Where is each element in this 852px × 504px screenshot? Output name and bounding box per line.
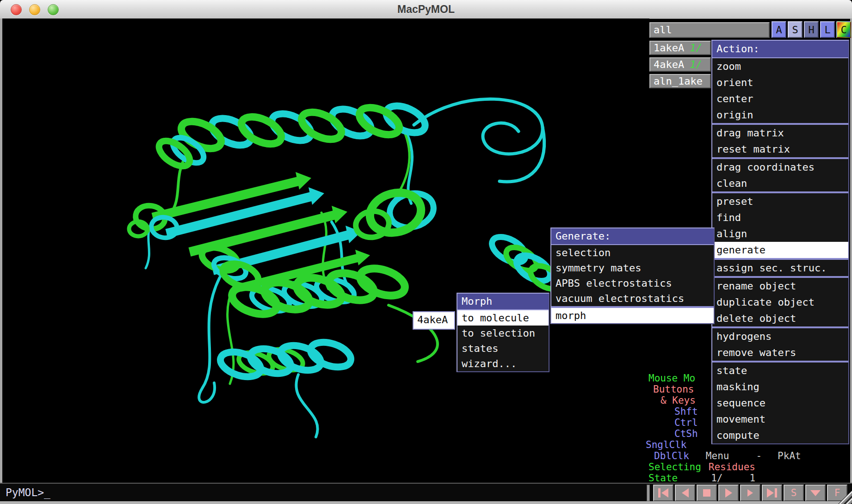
panel-a-button[interactable]: A [772,21,786,38]
menu-item-delete-object[interactable]: delete object [712,310,848,326]
menu-item-remove-waters[interactable]: remove waters [712,344,848,361]
step-back-icon [682,488,689,498]
mouse-panel-text: 1 [750,473,756,484]
object-all-label: all [654,24,672,36]
object-list: 1akeA1/4akeA1/aln_1ake [649,41,711,91]
go-to-end-button[interactable] [762,485,782,501]
step-back-button[interactable] [675,485,695,501]
menu-item-to-selection[interactable]: to selection [457,326,549,341]
go-to-start-icon [658,488,661,498]
step-forward-icon [747,489,753,497]
mouse-panel-text: Residues [709,461,755,473]
menu-item-sequence[interactable]: sequence [712,395,848,411]
mouse-panel-line: DblClkMenu-PkAt [646,450,850,461]
object-name: 1akeA [654,42,684,54]
menu-item-reset-matrix[interactable]: reset matrix [712,141,848,157]
menu-item-generate[interactable]: generate [712,242,848,258]
step-forward-button[interactable] [740,485,760,501]
scene-button[interactable]: S [784,485,804,501]
menu-item-rename-object[interactable]: rename object [712,278,848,294]
mouse-panel-text: Mouse Mo [648,373,695,384]
menu-item-hydrogens[interactable]: hydrogens [712,328,848,344]
mouse-panel-text: Shft [674,406,698,417]
object-state: 1/ [690,59,702,70]
action-menu-title: Action: [712,41,848,58]
menu-item-apbs-electrostatics[interactable]: APBS electrostatics [551,276,714,291]
menu-item-movement[interactable]: movement [712,411,848,427]
mouse-panel-text: DblClk [654,450,689,461]
playback-divider [647,485,650,501]
morph-menu: Morphto moleculeto selectionstateswizard… [457,293,549,372]
object-name: 4akeA [654,59,684,70]
menu-item-assign-sec-struc[interactable]: assign sec. struc. [712,260,848,276]
mouse-panel-text: Buttons [653,384,694,395]
stop-button[interactable] [697,485,717,501]
generate-menu-title: Generate: [551,228,714,245]
menu-item-vacuum-electrostatics[interactable]: vacuum electrostatics [551,291,714,306]
menu-item-wizard[interactable]: wizard... [457,356,549,371]
scene-icon: S [791,487,797,498]
mouse-panel-line: SelectingResidues [646,461,850,473]
menu-item-preset[interactable]: preset [712,193,848,209]
menu-item-duplicate-object[interactable]: duplicate object [712,294,848,310]
playback-controls: SF [647,485,847,501]
object-name: aln_1ake [654,75,703,87]
menu-item-states[interactable]: states [457,341,549,356]
panel-s-button[interactable]: S [788,21,803,38]
window-bottom-edge [0,501,852,504]
mouse-panel-text: Menu [706,450,729,461]
go-to-start-icon [661,488,668,498]
menu-item-align[interactable]: align [712,226,848,242]
molecule-popup-label[interactable]: 4akeA [413,311,455,330]
frame-menu-button[interactable] [805,485,826,501]
molecule-popup-text: 4akeA [417,314,448,326]
mouse-panel-text: 1/ [711,473,722,484]
panel-l-button[interactable]: L [820,21,835,38]
ashlc-button-group: ASHLC [772,21,851,38]
mouse-panel-text: Selecting [648,461,701,473]
go-to-end-icon [775,488,777,498]
menu-item-find[interactable]: find [712,209,848,226]
go-to-start-button[interactable] [653,485,673,501]
menu-item-symmetry-mates[interactable]: symmetry mates [551,260,714,276]
object-row-all[interactable]: all [649,22,770,38]
window-right-edge [850,18,852,501]
mouse-panel-text: - [756,450,762,461]
stop-icon [703,489,710,497]
play-icon [725,488,732,498]
object-row-1akea[interactable]: 1akeA1/ [649,41,711,55]
go-to-end-icon [767,488,774,498]
protein-ribbons [129,99,565,437]
object-state: 1/ [690,42,702,54]
menu-item-morph[interactable]: morph [551,308,714,323]
mouse-panel-text: PkAt [778,450,801,461]
panel-h-button[interactable]: H [804,21,819,38]
mouse-panel-text: Ctrl [674,417,698,428]
play-button[interactable] [718,485,739,501]
menu-item-masking[interactable]: masking [712,379,848,395]
menu-item-origin[interactable]: origin [712,107,848,123]
menu-item-compute[interactable]: compute [712,427,848,443]
menu-item-drag-matrix[interactable]: drag matrix [712,125,848,141]
menu-item-orient[interactable]: orient [712,74,848,91]
object-row-aln-1ake[interactable]: aln_1ake [649,74,711,88]
menu-item-clean[interactable]: clean [712,175,848,191]
mouse-panel-text: & Keys [661,395,696,406]
mouse-panel-text: SnglClk [646,439,687,450]
menu-item-drag-coordinates[interactable]: drag coordinates [712,159,848,175]
action-menu: Action:zoomorientcenterorigindrag matrix… [711,40,849,444]
mouse-panel-text: State [648,473,678,484]
menu-item-state[interactable]: state [712,363,848,379]
window-title: MacPyMOL [0,0,852,18]
menu-item-zoom[interactable]: zoom [712,58,848,74]
command-input[interactable]: PyMOL>_ [6,486,50,498]
object-row-4akea[interactable]: 4akeA1/ [649,57,711,72]
frame-menu-icon [810,490,821,496]
morph-menu-title: Morph [457,294,549,310]
panel-c-button[interactable]: C [836,21,851,38]
menu-item-center[interactable]: center [712,91,848,107]
menu-item-to-molecule[interactable]: to molecule [457,310,549,326]
generate-menu: Generate:selectionsymmetry matesAPBS ele… [550,227,715,324]
mouse-panel-text: CtSh [674,428,698,439]
menu-item-selection[interactable]: selection [551,245,714,260]
